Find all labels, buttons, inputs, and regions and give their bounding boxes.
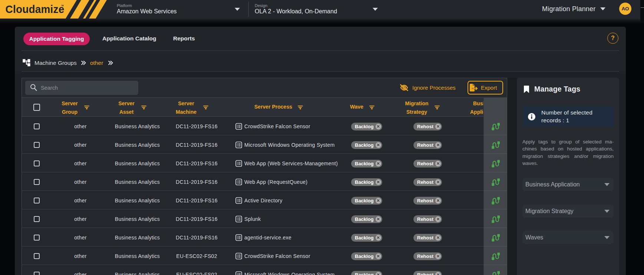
svg-text:Cloudamize: Cloudamize: [6, 3, 65, 16]
svg-text:TM: TM: [61, 5, 64, 7]
